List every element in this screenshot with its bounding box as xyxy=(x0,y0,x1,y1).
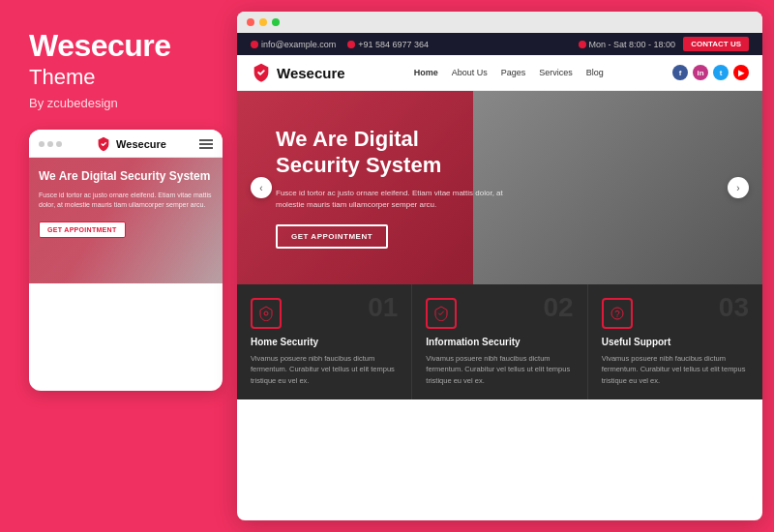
card-icon-3 xyxy=(602,298,633,329)
twitter-icon[interactable]: t xyxy=(713,65,729,80)
useful-support-icon xyxy=(610,306,625,321)
nav-pages[interactable]: Pages xyxy=(501,68,526,77)
clock-icon xyxy=(579,41,586,48)
mobile-logo: Wesecure xyxy=(95,135,166,153)
browser-dot-fullscreen[interactable] xyxy=(272,18,280,26)
svg-point-2 xyxy=(616,316,617,317)
topbar-email-text: info@example.com xyxy=(261,40,336,49)
svg-point-1 xyxy=(611,308,623,319)
logo-black-text: secure xyxy=(298,65,344,81)
site-hero: ‹ We Are Digital Security System Fusce i… xyxy=(237,91,762,284)
topbar-hours-text: Mon - Sat 8:00 - 18:00 xyxy=(589,40,676,49)
logo-red-text: We xyxy=(277,65,298,81)
card-number-2: 02 xyxy=(544,294,574,321)
contact-button[interactable]: CONTACT US xyxy=(683,37,749,51)
instagram-icon[interactable]: in xyxy=(693,65,708,80)
card-icon-1 xyxy=(251,298,282,329)
card-text-1: Vivamus posuere nibh faucibus dictum fer… xyxy=(251,353,398,386)
left-panel: Wesecure Theme By zcubedesign Wesecure xyxy=(0,0,237,532)
svg-point-0 xyxy=(264,311,268,315)
desktop-browser: info@example.com +91 584 6977 364 Mon - … xyxy=(237,12,762,520)
mobile-dot-2 xyxy=(47,141,53,147)
social-icons: f in t ▶ xyxy=(672,65,749,80)
mobile-hero: We Are Digital Security System Fusce id … xyxy=(29,158,223,283)
brand-author: By zcubedesign xyxy=(29,96,218,110)
site-logo-text: Wesecure xyxy=(277,65,345,81)
hero-title-line2: Security System xyxy=(276,153,441,177)
email-icon xyxy=(251,41,258,48)
mobile-hero-text: Fusce id tortor ac justo ornare eleifend… xyxy=(39,191,213,210)
hero-title-line1: We Are Digital xyxy=(276,127,419,151)
card-title-1: Home Security xyxy=(251,337,398,347)
mobile-logo-red: We xyxy=(116,138,132,150)
hero-content: We Are Digital Security System Fusce id … xyxy=(237,127,547,249)
nav-services[interactable]: Services xyxy=(539,68,573,77)
site-topbar: info@example.com +91 584 6977 364 Mon - … xyxy=(237,33,762,55)
browser-dot-close[interactable] xyxy=(247,18,254,26)
topbar-left: info@example.com +91 584 6977 364 xyxy=(251,40,429,49)
feature-card-3: 03 Useful Support Vivamus posuere nibh f… xyxy=(588,284,762,399)
browser-dot-minimize[interactable] xyxy=(259,18,267,26)
information-security-icon xyxy=(433,306,449,321)
brand-title: Wesecure xyxy=(29,29,218,63)
feature-cards: 01 Home Security Vivamus posuere nibh fa… xyxy=(237,284,762,399)
facebook-icon[interactable]: f xyxy=(672,65,688,80)
hero-prev-button[interactable]: ‹ xyxy=(251,177,272,198)
nav-home[interactable]: Home xyxy=(414,68,438,77)
card-number-3: 03 xyxy=(719,294,749,321)
home-security-icon xyxy=(258,306,274,321)
site-logo: Wesecure xyxy=(251,62,345,83)
feature-card-2: 02 Information Security Vivamus posuere … xyxy=(412,284,587,399)
topbar-phone-text: +91 584 6977 364 xyxy=(358,40,429,49)
card-text-2: Vivamus posuere nibh faucibus dictum fer… xyxy=(426,353,573,386)
nav-blog[interactable]: Blog xyxy=(586,68,604,77)
mobile-hamburger-icon[interactable] xyxy=(199,139,213,149)
mobile-cta-button[interactable]: GET APPOINTMENT xyxy=(39,222,126,238)
hamburger-line-1 xyxy=(199,139,213,141)
nav-links: Home About Us Pages Services Blog xyxy=(414,68,604,77)
site-nav: Wesecure Home About Us Pages Services Bl… xyxy=(237,55,762,91)
mobile-dot-1 xyxy=(39,141,45,147)
card-number-1: 01 xyxy=(368,294,398,321)
feature-card-1: 01 Home Security Vivamus posuere nibh fa… xyxy=(237,284,412,399)
mobile-dot-3 xyxy=(56,141,62,147)
topbar-phone: +91 584 6977 364 xyxy=(347,40,429,49)
hero-cta-button[interactable]: GET APPOINTMENT xyxy=(276,224,388,249)
mobile-logo-text: Wesecure xyxy=(116,138,166,150)
card-title-3: Useful Support xyxy=(602,337,749,347)
topbar-right: Mon - Sat 8:00 - 18:00 CONTACT US xyxy=(579,37,749,51)
phone-icon xyxy=(347,41,355,48)
mobile-top-bar: Wesecure xyxy=(29,130,223,158)
hamburger-line-2 xyxy=(199,143,213,145)
mobile-window-dots xyxy=(39,141,62,147)
topbar-hours: Mon - Sat 8:00 - 18:00 xyxy=(579,40,676,49)
mobile-hero-content: We Are Digital Security System Fusce id … xyxy=(29,158,223,246)
card-text-3: Vivamus posuere nibh faucibus dictum fer… xyxy=(602,353,749,386)
mobile-logo-black: secure xyxy=(132,138,165,150)
right-panel: info@example.com +91 584 6977 364 Mon - … xyxy=(237,0,774,532)
browser-chrome xyxy=(237,12,762,33)
hero-title: We Are Digital Security System xyxy=(276,127,508,178)
card-icon-2 xyxy=(426,298,457,329)
site-logo-icon xyxy=(251,62,272,83)
card-title-2: Information Security xyxy=(426,337,573,347)
mobile-logo-icon xyxy=(95,135,112,153)
mobile-hero-title: We Are Digital Security System xyxy=(39,169,213,185)
youtube-icon[interactable]: ▶ xyxy=(733,65,749,80)
hamburger-line-3 xyxy=(199,147,213,149)
nav-about[interactable]: About Us xyxy=(452,68,488,77)
hero-description: Fusce id tortor ac justo ornare eleifend… xyxy=(276,188,508,211)
brand-subtitle: Theme xyxy=(29,65,218,90)
hero-next-button[interactable]: › xyxy=(728,177,749,198)
topbar-email: info@example.com xyxy=(251,40,336,49)
mobile-mockup: Wesecure We Are Digital Security System … xyxy=(29,130,223,391)
